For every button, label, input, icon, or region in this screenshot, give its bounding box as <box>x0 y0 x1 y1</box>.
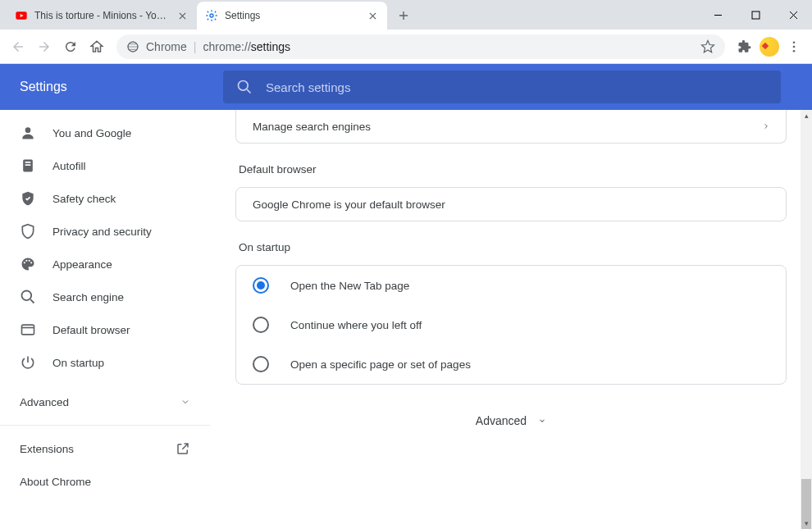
chevron-right-icon <box>763 121 769 131</box>
sidebar-item-safety-check[interactable]: Safety check <box>0 182 203 215</box>
radio-button[interactable] <box>253 317 269 333</box>
sidebar-extensions-link[interactable]: Extensions <box>0 432 210 465</box>
svg-rect-17 <box>22 325 34 335</box>
sidebar-label: Default browser <box>52 324 130 336</box>
tab-strip: This is torture - Minions - YouTube Sett… <box>0 0 812 30</box>
sidebar-label: Privacy and security <box>52 226 152 238</box>
extensions-button[interactable] <box>733 35 756 58</box>
minimize-button[interactable] <box>699 0 737 30</box>
sidebar-label: On startup <box>52 357 104 369</box>
svg-rect-11 <box>25 164 31 166</box>
chevron-down-icon <box>180 397 190 407</box>
tab-settings[interactable]: Settings <box>197 2 387 30</box>
sidebar-about-label: About Chrome <box>20 476 91 488</box>
sidebar-item-default-browser[interactable]: Default browser <box>0 313 203 346</box>
svg-rect-2 <box>752 11 760 19</box>
tab-title: This is torture - Minions - YouTube <box>34 10 169 21</box>
power-icon <box>20 354 36 371</box>
sidebar-about-link[interactable]: About Chrome <box>0 465 210 498</box>
forward-button[interactable] <box>33 35 56 58</box>
close-window-button[interactable] <box>774 0 812 30</box>
menu-button[interactable] <box>782 35 805 58</box>
omnibox-url: chrome://settings <box>203 40 290 53</box>
radio-button[interactable] <box>253 277 269 294</box>
search-icon <box>20 289 36 305</box>
sidebar-item-on-startup[interactable]: On startup <box>0 346 203 379</box>
startup-option-label: Continue where you left off <box>290 319 422 331</box>
svg-rect-10 <box>25 162 31 163</box>
radio-button[interactable] <box>253 356 269 372</box>
sidebar-item-search-engine[interactable]: Search engine <box>0 280 203 313</box>
browser-icon <box>20 322 36 338</box>
settings-header: Settings <box>0 64 812 110</box>
external-link-icon <box>176 441 190 456</box>
svg-point-13 <box>25 260 27 262</box>
sidebar-label: You and Google <box>52 127 131 139</box>
scrollbar-up-button[interactable]: ▴ <box>801 110 812 121</box>
advanced-footer-label: Advanced <box>476 414 527 427</box>
sidebar-item-appearance[interactable]: Appearance <box>0 248 203 280</box>
startup-option-label: Open a specific page or set of pages <box>290 358 471 371</box>
svg-point-8 <box>25 127 31 133</box>
manage-search-engines-row[interactable]: Manage search engines <box>236 110 786 143</box>
startup-option-new-tab[interactable]: Open the New Tab page <box>236 266 786 305</box>
home-button[interactable] <box>85 35 108 58</box>
tab-youtube[interactable]: This is torture - Minions - YouTube <box>7 2 197 30</box>
chevron-down-icon <box>538 417 546 425</box>
on-startup-section-title: On startup <box>239 241 787 253</box>
sidebar-label: Search engine <box>52 291 124 303</box>
sidebar-label: Safety check <box>52 193 116 205</box>
search-settings-input[interactable] <box>266 80 768 94</box>
svg-point-7 <box>239 81 249 91</box>
profile-avatar[interactable] <box>760 37 779 57</box>
omnibox-separator: | <box>194 40 197 53</box>
omnibox-chrome-label: Chrome <box>146 40 187 53</box>
toolbar: Chrome | chrome://settings <box>0 30 812 64</box>
site-info-icon[interactable] <box>126 40 139 53</box>
address-bar[interactable]: Chrome | chrome://settings <box>116 34 725 59</box>
shield-icon <box>20 223 36 239</box>
safety-check-icon <box>20 190 36 207</box>
youtube-icon <box>15 9 28 22</box>
sidebar-item-you-and-google[interactable]: You and Google <box>0 116 203 149</box>
default-browser-section-title: Default browser <box>239 163 787 176</box>
manage-search-label: Manage search engines <box>253 121 371 133</box>
back-button[interactable] <box>7 35 30 58</box>
sidebar-separator <box>0 425 210 426</box>
sidebar-label: Autofill <box>52 160 86 172</box>
svg-point-16 <box>22 291 32 301</box>
star-icon[interactable] <box>700 39 715 54</box>
svg-point-6 <box>793 49 796 52</box>
startup-option-continue[interactable]: Continue where you left off <box>236 305 786 344</box>
svg-point-5 <box>793 45 796 48</box>
close-icon[interactable] <box>366 9 379 22</box>
svg-point-1 <box>210 14 213 17</box>
sidebar-extensions-label: Extensions <box>20 443 74 455</box>
svg-point-12 <box>24 262 25 263</box>
new-tab-button[interactable] <box>392 4 415 27</box>
close-icon[interactable] <box>176 9 189 22</box>
svg-point-4 <box>793 41 796 43</box>
sidebar-item-privacy-security[interactable]: Privacy and security <box>0 215 203 248</box>
startup-option-specific-pages[interactable]: Open a specific page or set of pages <box>236 344 786 384</box>
scrollbar-down-button[interactable]: ▾ <box>801 518 812 529</box>
svg-point-15 <box>30 262 32 263</box>
sidebar-item-autofill[interactable]: Autofill <box>0 149 203 182</box>
autofill-icon <box>20 157 36 174</box>
search-settings-bar[interactable] <box>223 71 781 103</box>
scrollbar[interactable]: ▴ ▾ <box>801 110 812 529</box>
sidebar-advanced-label: Advanced <box>20 396 69 408</box>
advanced-footer-toggle[interactable]: Advanced <box>235 414 787 427</box>
startup-option-label: Open the New Tab page <box>290 280 409 292</box>
sidebar-advanced-toggle[interactable]: Advanced <box>0 385 210 418</box>
reload-button[interactable] <box>59 35 82 58</box>
maximize-button[interactable] <box>737 0 774 30</box>
person-icon <box>20 125 36 141</box>
search-icon <box>236 79 253 95</box>
tab-title: Settings <box>225 10 359 21</box>
sidebar-label: Appearance <box>52 258 112 271</box>
default-browser-status: Google Chrome is your default browser <box>236 188 786 221</box>
content-scroll: Manage search engines Default browser Go… <box>210 110 812 529</box>
sidebar: You and Google Autofill Safety check Pri… <box>0 110 210 529</box>
settings-gear-icon <box>205 9 218 22</box>
